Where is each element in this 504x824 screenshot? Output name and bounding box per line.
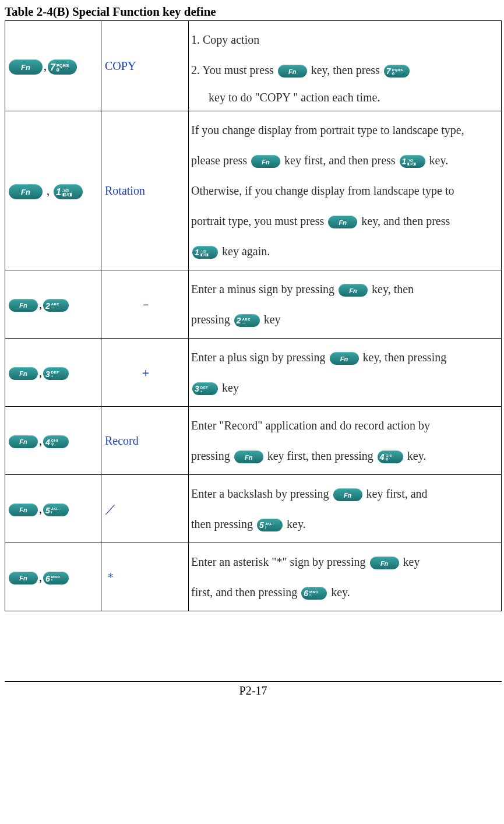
description-line: 1.\@◧/◨ key again.	[191, 237, 499, 265]
key-3-icon: 3DEF+	[43, 367, 69, 380]
description-line: Enter "Record" application and do record…	[191, 411, 499, 439]
description-line: 3DEF+ key	[191, 374, 499, 402]
key-6-icon: 6MNO*	[43, 572, 69, 584]
fn-key-icon	[9, 503, 38, 516]
description-line: Otherwise, if you change display from la…	[191, 177, 499, 205]
key-combo-cell: ,5JKL/	[5, 475, 101, 543]
fn-key-icon	[330, 352, 359, 365]
fn-key-icon	[9, 59, 43, 75]
table-row: , 1.\@◧/◨RotationIf you change display f…	[5, 111, 502, 270]
description-line: pressing 2ABC— key	[191, 305, 499, 333]
description-cell: Enter a plus sign by pressing key, then …	[189, 339, 502, 407]
key-combo-cell: ,3DEF+	[5, 339, 101, 407]
table-row: ,2ABC—－Enter a minus sign by pressing ke…	[5, 270, 502, 339]
fn-key-icon	[328, 216, 357, 228]
footer-divider	[5, 681, 502, 682]
function-name-cell: ＊	[101, 543, 189, 611]
description-cell: Enter an asterisk "*" sign by pressing k…	[189, 543, 502, 611]
function-name-cell: Rotation	[101, 111, 189, 270]
fn-key-icon	[9, 299, 38, 312]
key-combo-cell: ,4GHI⚲	[5, 407, 101, 475]
description-line: first, and then pressing 6MNO* key.	[191, 578, 499, 606]
key-combo-cell: ,6MNO*	[5, 543, 101, 611]
key-combo-cell: ,7PQRS⎙	[5, 21, 101, 111]
function-name-cell: Record	[101, 407, 189, 475]
fn-key-icon	[370, 557, 399, 569]
description-line: then pressing 5JKL/ key.	[191, 510, 499, 538]
description-cell: 1. Copy action2. You must press key, the…	[189, 21, 502, 111]
description-line: 1. Copy action	[191, 26, 499, 54]
fn-key-icon	[9, 367, 38, 380]
fn-key-icon	[339, 284, 368, 297]
key-4-icon: 4GHI⚲	[43, 435, 69, 448]
key-1-icon: 1.\@◧/◨	[192, 246, 218, 259]
description-line: pressing key first, then pressing 4GHI⚲ …	[191, 442, 499, 470]
key-2-icon: 2ABC—	[234, 314, 260, 327]
fn-key-icon	[333, 488, 362, 501]
fn-key-icon	[278, 65, 307, 78]
key-5-icon: 5JKL/	[43, 503, 69, 516]
function-name-cell: COPY	[101, 21, 189, 111]
key-1-icon: 1.\@◧/◨	[54, 184, 83, 199]
key-combo-cell: , 1.\@◧/◨	[5, 111, 101, 270]
description-line: please press key first, and then press 1…	[191, 146, 499, 174]
key-7-icon: 7PQRS⎙	[384, 65, 410, 78]
fn-key-icon	[251, 155, 280, 168]
description-line: Enter a minus sign by pressing key, then	[191, 275, 499, 303]
key-7-icon: 7PQRS⎙	[48, 59, 77, 75]
key-2-icon: 2ABC—	[43, 299, 69, 312]
description-line: portrait type, you must press key, and t…	[191, 207, 499, 235]
key-3-icon: 3DEF+	[192, 382, 218, 395]
fn-key-icon	[9, 572, 38, 584]
table-title: Table 2-4(B) Special Function key define	[5, 5, 502, 19]
key-6-icon: 6MNO*	[301, 587, 327, 600]
fn-key-icon	[9, 435, 38, 448]
description-line: Enter an asterisk "*" sign by pressing k…	[191, 548, 499, 576]
key-1-icon: 1.\@◧/◨	[400, 155, 425, 168]
fn-key-icon	[9, 184, 43, 199]
description-line: Enter a plus sign by pressing key, then …	[191, 343, 499, 371]
description-cell: Enter a backslash by pressing key first,…	[189, 475, 502, 543]
page-number: P2-17	[5, 684, 502, 698]
description-cell: If you change display from portrait type…	[189, 111, 502, 270]
fn-key-icon	[234, 450, 263, 463]
description-cell: Enter "Record" application and do record…	[189, 407, 502, 475]
function-name-cell: ／	[101, 475, 189, 543]
description-line: 2. You must press key, then press 7PQRS⎙	[191, 56, 499, 84]
table-row: ,3DEF+＋Enter a plus sign by pressing key…	[5, 339, 502, 407]
table-row: ,6MNO*＊Enter an asterisk "*" sign by pre…	[5, 543, 502, 611]
table-row: ,5JKL/／Enter a backslash by pressing key…	[5, 475, 502, 543]
description-cell: Enter a minus sign by pressing key, then…	[189, 270, 502, 339]
key-5-icon: 5JKL/	[257, 519, 283, 531]
table-row: ,7PQRS⎙COPY1. Copy action2. You must pre…	[5, 21, 502, 111]
description-line: Enter a backslash by pressing key first,…	[191, 480, 499, 508]
key-combo-cell: ,2ABC—	[5, 270, 101, 339]
description-line: If you change display from portrait type…	[191, 116, 499, 144]
key-4-icon: 4GHI⚲	[378, 450, 403, 463]
table-row: ,4GHI⚲RecordEnter "Record" application a…	[5, 407, 502, 475]
function-name-cell: ＋	[101, 339, 189, 407]
function-name-cell: －	[101, 270, 189, 339]
function-table: ,7PQRS⎙COPY1. Copy action2. You must pre…	[5, 20, 502, 611]
